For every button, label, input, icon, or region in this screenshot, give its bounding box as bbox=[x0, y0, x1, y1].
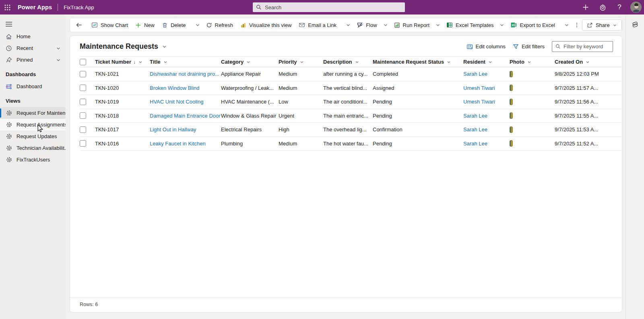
back-button[interactable] bbox=[73, 19, 85, 31]
row-checkbox[interactable] bbox=[80, 71, 86, 77]
copilot-icon[interactable] bbox=[630, 19, 640, 30]
column-header-photo[interactable]: Photo bbox=[510, 59, 555, 65]
sidebar-view-technician-availability[interactable]: Technician Availabilit... bbox=[0, 142, 66, 154]
resident-link[interactable]: Sarah Lee bbox=[463, 113, 487, 119]
edit-filters-button[interactable]: Edit filters bbox=[513, 44, 545, 50]
row-checkbox[interactable] bbox=[80, 99, 86, 105]
photo-thumbnail[interactable] bbox=[510, 140, 513, 147]
search-icon bbox=[256, 4, 262, 10]
settings-gear-icon[interactable] bbox=[597, 1, 609, 13]
share-button[interactable]: Share bbox=[582, 19, 622, 31]
sidebar-item-home[interactable]: Home bbox=[0, 31, 66, 42]
email-link-button[interactable]: Email a Link bbox=[295, 19, 340, 31]
keyword-filter-input[interactable] bbox=[564, 44, 609, 50]
export-to-excel-button[interactable]: X Export to Excel bbox=[507, 19, 558, 31]
email-overflow-chevron-icon[interactable] bbox=[343, 19, 353, 31]
chevron-down-icon[interactable] bbox=[56, 46, 61, 51]
sidebar-view-fixtrackusers[interactable]: FixTrackUsers bbox=[0, 154, 66, 166]
row-checkbox[interactable] bbox=[80, 112, 86, 119]
title-link[interactable]: Dishwashar not draining pro... bbox=[150, 71, 219, 77]
search-input[interactable] bbox=[265, 4, 402, 10]
user-avatar[interactable] bbox=[630, 2, 642, 13]
photo-thumbnail[interactable] bbox=[510, 85, 513, 91]
table-row[interactable]: TKN-1021 Dishwashar not draining pro... … bbox=[80, 67, 622, 81]
sidebar-view-request-assignments[interactable]: Request Assignments bbox=[0, 119, 66, 130]
resident-link[interactable]: Sarah Lee bbox=[463, 126, 487, 133]
sidebar-item-pinned[interactable]: Pinned bbox=[0, 54, 66, 66]
ticket-number-cell: TKN-1017 bbox=[95, 126, 150, 133]
title-link[interactable]: Damaged Main Entrance Door bbox=[150, 113, 221, 119]
visualize-view-button[interactable]: Visualize this view bbox=[237, 19, 295, 31]
show-chart-button[interactable]: Show Chart bbox=[88, 19, 132, 31]
table-row[interactable]: TKN-1020 Broken Window Blind Waterproofi… bbox=[80, 81, 622, 95]
flow-chevron-icon[interactable] bbox=[381, 19, 390, 31]
resident-link[interactable]: Umesh Tiwari bbox=[463, 99, 495, 105]
title-link[interactable]: HVAC Unit Not Cooling bbox=[150, 99, 203, 105]
table-row[interactable]: TKN-1017 Light Out in Hallway Electrical… bbox=[80, 123, 622, 137]
view-selector[interactable]: Maintenance Requests bbox=[80, 42, 167, 51]
resident-link[interactable]: Sarah Lee bbox=[463, 141, 487, 147]
excel-templates-chevron-icon[interactable] bbox=[497, 19, 507, 31]
created-on-cell: 9/7/2025 11:55 A... bbox=[555, 113, 615, 119]
sidebar-view-request-for-maintenance[interactable]: Request For Mainten... bbox=[0, 107, 66, 119]
column-header-priority[interactable]: Priority bbox=[279, 59, 323, 65]
column-header-status[interactable]: Maintenance Request Status bbox=[373, 59, 463, 65]
resident-link[interactable]: Sarah Lee bbox=[463, 71, 487, 77]
help-icon[interactable]: ? bbox=[613, 1, 625, 13]
command-label: Export to Excel bbox=[520, 22, 555, 28]
collapse-menu-icon[interactable] bbox=[0, 18, 14, 31]
run-report-button[interactable]: Run Report bbox=[390, 19, 433, 31]
resident-link[interactable]: Umesh Tiwari bbox=[463, 85, 495, 91]
photo-thumbnail[interactable] bbox=[510, 71, 513, 77]
column-header-created-on[interactable]: Created On bbox=[555, 59, 615, 65]
chevron-down-icon[interactable] bbox=[56, 58, 61, 62]
table-row[interactable]: TKN-1018 Damaged Main Entrance Door Wind… bbox=[80, 109, 622, 123]
new-session-plus-icon[interactable] bbox=[580, 1, 592, 13]
sidebar-item-dashboard[interactable]: Dashboard bbox=[0, 81, 66, 92]
chevron-down-icon bbox=[586, 60, 590, 64]
command-label: New bbox=[144, 22, 155, 28]
command-label: Show Chart bbox=[101, 22, 128, 28]
row-checkbox[interactable] bbox=[80, 85, 86, 91]
photo-thumbnail[interactable] bbox=[510, 126, 513, 133]
column-header-category[interactable]: Category bbox=[221, 59, 279, 65]
delete-button[interactable]: Delete bbox=[158, 19, 190, 31]
column-header-ticket-number[interactable]: Ticket Number ↓ bbox=[95, 59, 150, 65]
row-checkbox[interactable] bbox=[80, 140, 86, 147]
sidebar-view-request-updates[interactable]: Request Updates bbox=[0, 130, 66, 142]
column-header-title[interactable]: Title bbox=[150, 59, 221, 65]
chevron-down-icon bbox=[527, 60, 531, 64]
new-button[interactable]: New bbox=[132, 19, 158, 31]
edit-columns-button[interactable]: Edit columns bbox=[466, 44, 506, 50]
refresh-button[interactable]: Refresh bbox=[202, 19, 237, 31]
title-link[interactable]: Light Out in Hallway bbox=[150, 126, 196, 133]
flow-button[interactable]: Flow bbox=[353, 19, 380, 31]
table-row[interactable]: TKN-1019 HVAC Unit Not Cooling HVAC Main… bbox=[80, 95, 622, 109]
run-report-chevron-icon[interactable] bbox=[433, 19, 443, 31]
sidebar-item-label: FixTrackUsers bbox=[17, 157, 50, 163]
column-header-resident[interactable]: Resident bbox=[463, 59, 510, 65]
delete-overflow-chevron-icon[interactable] bbox=[193, 19, 202, 31]
view-grid-card: Maintenance Requests Edit columns Edit f… bbox=[70, 35, 622, 313]
select-all-checkbox[interactable] bbox=[80, 59, 86, 65]
excel-templates-button[interactable]: Excel Templates bbox=[443, 19, 497, 31]
description-cell: The main entranc... bbox=[323, 113, 373, 119]
excel-export-icon: X bbox=[510, 22, 517, 28]
global-search[interactable] bbox=[253, 2, 405, 12]
title-link[interactable]: Broken Window Blind bbox=[150, 85, 200, 91]
title-link[interactable]: Leaky Faucet in Kitchen bbox=[150, 141, 206, 147]
column-header-description[interactable]: Description bbox=[323, 59, 373, 65]
sidebar-item-recent[interactable]: Recent bbox=[0, 42, 66, 54]
photo-thumbnail[interactable] bbox=[510, 99, 513, 105]
topbar-right-actions: ? bbox=[580, 0, 642, 14]
entity-gear-icon bbox=[6, 122, 12, 128]
table-row[interactable]: TKN-1016 Leaky Faucet in Kitchen Plumbin… bbox=[80, 137, 622, 151]
keyword-filter-box[interactable] bbox=[552, 41, 613, 52]
photo-thumbnail[interactable] bbox=[510, 112, 513, 119]
app-name[interactable]: FixTrack App bbox=[64, 4, 94, 10]
app-launcher-waffle-icon[interactable] bbox=[0, 0, 14, 14]
export-overflow-chevron-icon[interactable] bbox=[562, 19, 572, 31]
edit-columns-label: Edit columns bbox=[476, 44, 506, 50]
more-commands-ellipsis-icon[interactable] bbox=[572, 19, 582, 31]
row-checkbox[interactable] bbox=[80, 126, 86, 133]
